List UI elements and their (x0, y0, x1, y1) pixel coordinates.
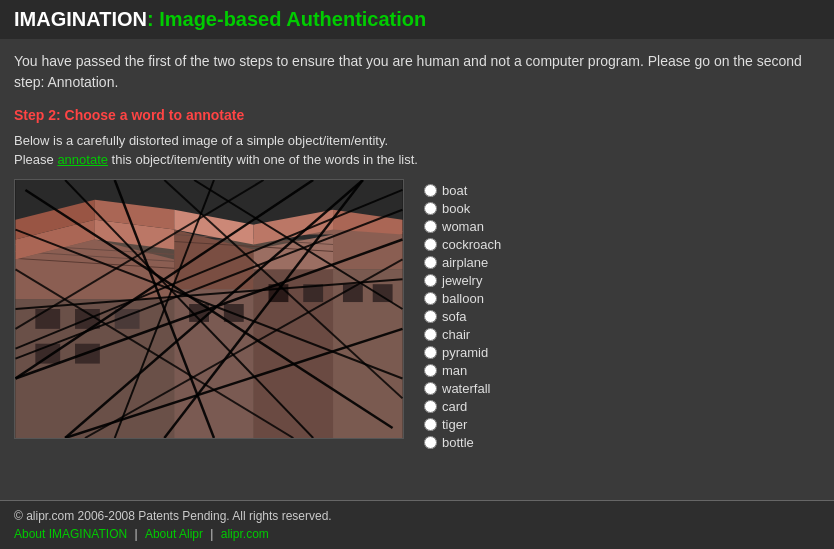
separator1: | (131, 527, 141, 541)
instructions-line1: Below is a carefully distorted image of … (14, 133, 820, 148)
app: IMAGINATION: Image-based Authentication … (0, 0, 834, 549)
footer: © alipr.com 2006-2008 Patents Pending. A… (0, 500, 834, 549)
word-item-boat[interactable]: boat (424, 183, 501, 198)
word-label-sofa: sofa (442, 309, 467, 324)
radio-woman[interactable] (424, 220, 437, 233)
word-label-cockroach: cockroach (442, 237, 501, 252)
word-label-tiger: tiger (442, 417, 467, 432)
word-item-bottle[interactable]: bottle (424, 435, 501, 450)
word-item-chair[interactable]: chair (424, 327, 501, 342)
distorted-image-svg (15, 180, 403, 438)
page-title: IMAGINATION: Image-based Authentication (14, 8, 426, 30)
title-rest: : Image-based Authentication (147, 8, 426, 30)
word-label-man: man (442, 363, 467, 378)
word-item-pyramid[interactable]: pyramid (424, 345, 501, 360)
svg-rect-10 (35, 309, 60, 329)
word-label-airplane: airplane (442, 255, 488, 270)
word-label-chair: chair (442, 327, 470, 342)
word-label-jewelry: jewelry (442, 273, 482, 288)
word-item-airplane[interactable]: airplane (424, 255, 501, 270)
header: IMAGINATION: Image-based Authentication (0, 0, 834, 39)
step-label: Step 2: Choose a word to annotate (14, 107, 820, 123)
about-alipr-link[interactable]: About Alipr (145, 527, 203, 541)
radio-boat[interactable] (424, 184, 437, 197)
title-bold: IMAGINATION (14, 8, 147, 30)
word-label-book: book (442, 201, 470, 216)
about-imagination-link[interactable]: About IMAGINATION (14, 527, 127, 541)
radio-bottle[interactable] (424, 436, 437, 449)
please-text: Please (14, 152, 57, 167)
radio-book[interactable] (424, 202, 437, 215)
footer-copyright: © alipr.com 2006-2008 Patents Pending. A… (14, 509, 820, 523)
radio-chair[interactable] (424, 328, 437, 341)
image-container (14, 179, 404, 439)
word-item-waterfall[interactable]: waterfall (424, 381, 501, 396)
radio-sofa[interactable] (424, 310, 437, 323)
word-label-pyramid: pyramid (442, 345, 488, 360)
word-item-cockroach[interactable]: cockroach (424, 237, 501, 252)
annotate-suffix: this object/item/entity with one of the … (108, 152, 418, 167)
radio-airplane[interactable] (424, 256, 437, 269)
radio-card[interactable] (424, 400, 437, 413)
annotate-instruction: Please annotate this object/item/entity … (14, 152, 820, 167)
radio-jewelry[interactable] (424, 274, 437, 287)
alipr-link[interactable]: alipr.com (221, 527, 269, 541)
main-content: You have passed the first of the two ste… (0, 39, 834, 500)
word-item-man[interactable]: man (424, 363, 501, 378)
radio-waterfall[interactable] (424, 382, 437, 395)
annotate-link[interactable]: annotate (57, 152, 108, 167)
radio-man[interactable] (424, 364, 437, 377)
word-list: boatbookwomancockroachairplanejewelrybal… (424, 179, 501, 450)
word-item-woman[interactable]: woman (424, 219, 501, 234)
radio-tiger[interactable] (424, 418, 437, 431)
content-area: boatbookwomancockroachairplanejewelrybal… (14, 179, 820, 450)
word-label-card: card (442, 399, 467, 414)
word-item-tiger[interactable]: tiger (424, 417, 501, 432)
radio-pyramid[interactable] (424, 346, 437, 359)
word-item-jewelry[interactable]: jewelry (424, 273, 501, 288)
word-item-balloon[interactable]: balloon (424, 291, 501, 306)
radio-cockroach[interactable] (424, 238, 437, 251)
word-label-bottle: bottle (442, 435, 474, 450)
word-item-book[interactable]: book (424, 201, 501, 216)
word-item-card[interactable]: card (424, 399, 501, 414)
word-label-boat: boat (442, 183, 467, 198)
word-label-woman: woman (442, 219, 484, 234)
word-label-waterfall: waterfall (442, 381, 490, 396)
word-label-balloon: balloon (442, 291, 484, 306)
footer-links: About IMAGINATION | About Alipr | alipr.… (14, 527, 820, 541)
radio-balloon[interactable] (424, 292, 437, 305)
word-item-sofa[interactable]: sofa (424, 309, 501, 324)
separator2: | (207, 527, 217, 541)
intro-text: You have passed the first of the two ste… (14, 51, 820, 93)
